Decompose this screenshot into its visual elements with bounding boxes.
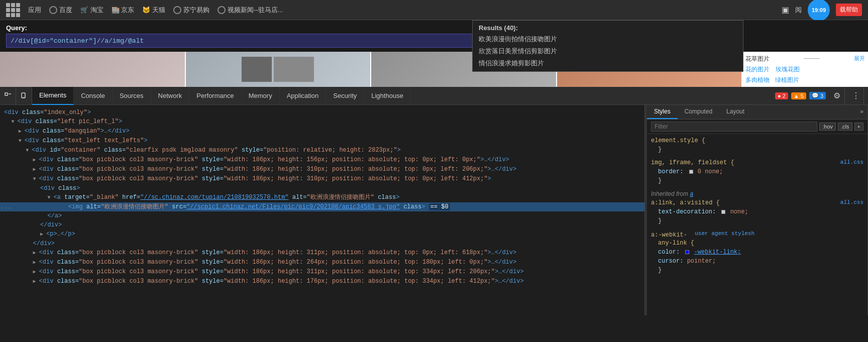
html-line-17[interactable]: ▶<div class="box picblock col3 masonry-b…	[0, 258, 644, 267]
html-line-9[interactable]: <div class>	[0, 184, 644, 193]
query-input[interactable]	[6, 34, 473, 48]
monitor-icon[interactable]: ▣	[782, 5, 789, 15]
nav-baidu[interactable]: 百度	[49, 6, 72, 15]
tab-network[interactable]: Network	[151, 87, 190, 105]
element-picker-icon[interactable]	[0, 87, 16, 105]
nav-suning[interactable]: 苏宁易购	[173, 6, 209, 15]
html-panel[interactable]: <div class="index_only"> ▼<div class="le…	[0, 105, 645, 315]
style-rule-alink-close: }	[651, 216, 863, 225]
html-line-15[interactable]: </div>	[0, 239, 644, 248]
style-rule-text-decoration: text-decoration: none;	[651, 207, 863, 216]
tab-styles[interactable]: Styles	[647, 105, 678, 119]
query-bar: Query: Results (40): 欧美浪漫街拍情侣接吻图片 欣赏落日美景…	[0, 20, 868, 52]
tab-computed[interactable]: Computed	[678, 105, 719, 119]
flowers-link-1[interactable]: 花的图片	[745, 65, 770, 74]
styles-panel-tabs: Styles Computed Layout »	[647, 105, 867, 120]
tab-elements[interactable]: Elements	[32, 87, 74, 105]
html-line-8[interactable]: ▼<div class="box picblock col3 masonry-b…	[0, 174, 644, 184]
tab-memory[interactable]: Memory	[242, 87, 280, 105]
style-selector-webkit-link: a:-webkit- user agent stylesh	[651, 231, 863, 239]
html-content: <div class="index_only"> ▼<div class="le…	[0, 108, 644, 286]
style-block-alink: a:link, a:visited { all.css text-decorat…	[651, 199, 863, 225]
nav-tianmao[interactable]: 🐱 天猫	[142, 6, 165, 15]
cls-filter-btn[interactable]: .cls	[838, 123, 852, 131]
page-img-2	[186, 52, 372, 87]
html-line-14[interactable]: ▶<p>…</p>	[0, 230, 644, 239]
info-badge: 💬 3	[809, 92, 826, 99]
html-line-19[interactable]: ▶<div class="box picblock col3 masonry-b…	[0, 277, 644, 286]
tab-security[interactable]: Security	[326, 87, 364, 105]
html-line-7[interactable]: ▶<div class="box picblock col3 masonry-b…	[0, 165, 644, 174]
time-badge: 19:09	[808, 0, 830, 21]
nav-jd[interactable]: 🏬 京东	[112, 6, 135, 15]
info-count: 3	[820, 93, 823, 99]
style-rule-img-close: }	[651, 176, 863, 185]
flowers-expand-btn[interactable]: 展开	[854, 55, 865, 63]
devtools-toolbar-right: ● 2 ▲ 5 💬 3 ⚙ ⋮	[775, 87, 868, 105]
html-line-3[interactable]: ▶<div class="dangqian">…</div>	[0, 127, 644, 136]
devtools-toolbar: Elements Console Sources Network Perform…	[0, 87, 868, 105]
style-rule-cursor: cursor: pointer;	[651, 257, 863, 266]
html-line-13[interactable]: </div>	[0, 220, 644, 230]
style-source-all-css-2[interactable]: all.css	[840, 199, 863, 205]
result-item-1[interactable]: 欧美浪漫街拍情侣接吻图片	[473, 33, 743, 45]
html-line-2[interactable]: ▼<div class="left pic_left_l">	[0, 117, 644, 127]
news-icon[interactable]: 阅	[795, 6, 802, 15]
styles-filter-input[interactable]	[651, 122, 817, 132]
flowers-sidebar: 花草图片 -------- 展开 花的图片 玫瑰花图 多肉植物 绿植图片	[742, 52, 868, 87]
globe-icon-3	[218, 6, 226, 14]
styles-filter-buttons: :hov .cls +	[819, 123, 863, 131]
inherited-anchor-link[interactable]: a	[690, 190, 693, 197]
flowers-sub-link[interactable]: 多肉植物	[745, 76, 770, 83]
styles-panel: Styles Computed Layout » :hov .cls + ele…	[647, 105, 868, 315]
result-item-3[interactable]: 情侣浪漫求婚剪影图片	[473, 57, 743, 69]
html-line-18[interactable]: ▶<div class="box picblock col3 masonry-b…	[0, 267, 644, 277]
style-block-img: img, iframe, fieldset { all.css border: …	[651, 159, 863, 185]
device-toggle-icon[interactable]	[16, 87, 32, 105]
flowers-sub-link-2[interactable]: 绿植图片	[775, 76, 799, 83]
browser-top-bar: 应用 百度 🛒 淘宝 🏬 京东 🐱 天猫 苏宁易购 视频新闻--驻马店... ▣…	[0, 0, 868, 20]
message-bubble-icon: 💬	[812, 92, 819, 99]
tab-lighthouse[interactable]: Lighthouse	[364, 87, 411, 105]
html-line-10[interactable]: ▼<a target="_blank" href="//sc.chinaz.co…	[0, 193, 644, 202]
styles-filter-row: :hov .cls +	[647, 120, 867, 134]
globe-icon-2	[173, 6, 181, 14]
warn-count: 5	[801, 93, 804, 99]
style-selector-alink: a:link, a:visited { all.css	[651, 199, 863, 206]
nav-taobao[interactable]: 🛒 淘宝	[80, 6, 103, 15]
html-line-4[interactable]: ▼<div class="text_left text_lefts">	[0, 136, 644, 146]
nav-apps[interactable]: 应用	[28, 6, 41, 15]
style-rule-element-close: }	[651, 145, 863, 154]
hov-filter-btn[interactable]: :hov	[819, 123, 836, 131]
html-line-5[interactable]: ▼<div id="container" class="clearfix psd…	[0, 146, 644, 155]
help-badge[interactable]: 载帮助	[836, 4, 862, 16]
color-swatch	[685, 250, 689, 254]
tab-layout[interactable]: Layout	[719, 105, 751, 119]
result-item-2[interactable]: 欣赏落日美景情侣剪影图片	[473, 45, 743, 57]
nav-video-news[interactable]: 视频新闻--驻马店...	[218, 6, 283, 15]
html-line-16[interactable]: ▶<div class="box picblock col3 masonry-b…	[0, 248, 644, 258]
style-source-all-css[interactable]: all.css	[840, 159, 863, 165]
add-style-btn[interactable]: +	[854, 123, 863, 131]
styles-content: element.style { } img, iframe, fieldset …	[647, 134, 867, 315]
html-line-1[interactable]: <div class="index_only">	[0, 108, 644, 117]
html-line-12[interactable]: </a>	[0, 211, 644, 220]
tab-sources[interactable]: Sources	[113, 87, 151, 105]
globe-icon	[49, 6, 57, 14]
html-line-11-selected[interactable]: ... <img alt="欧洲浪漫情侣接吻图片" src="//scpic1.…	[0, 202, 644, 211]
tab-performance[interactable]: Performance	[189, 87, 241, 105]
results-count: Results (40):	[473, 23, 743, 33]
style-block-element: element.style { }	[651, 137, 863, 154]
tab-console[interactable]: Console	[74, 87, 113, 105]
html-line-6[interactable]: ▶<div class="box picblock col3 masonry-b…	[0, 155, 644, 165]
settings-icon[interactable]: ⚙	[829, 87, 845, 105]
apps-grid-icon[interactable]	[6, 3, 20, 17]
error-count: 2	[783, 93, 786, 99]
style-selector-any-link: any-link {	[658, 240, 863, 247]
tab-more-icon[interactable]: »	[856, 105, 867, 119]
more-options-icon[interactable]: ⋮	[848, 87, 864, 105]
style-rule-webkit-close: }	[651, 266, 863, 275]
border-swatch	[689, 170, 693, 174]
tab-application[interactable]: Application	[280, 87, 327, 105]
flowers-link-2[interactable]: 玫瑰花图	[776, 65, 800, 74]
